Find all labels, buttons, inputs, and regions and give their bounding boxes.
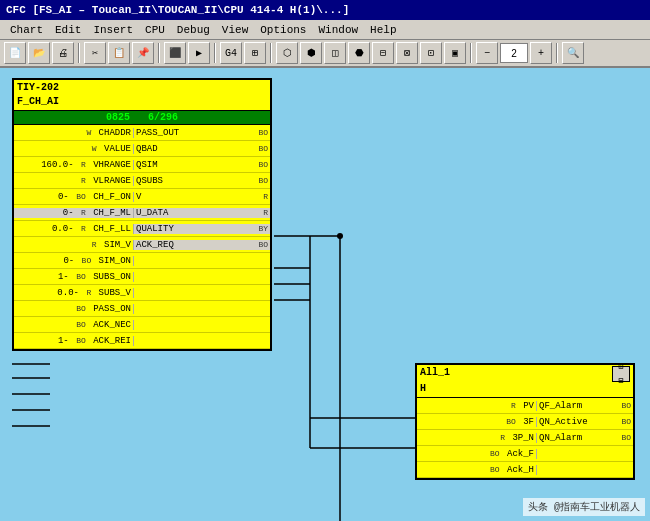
menu-edit[interactable]: Edit [49, 23, 87, 37]
pin-right-v: VR [134, 192, 270, 202]
all1-pin-left-ack-f: BO Ack_F [417, 449, 537, 459]
toolbar-sep5 [470, 43, 472, 63]
all1-pin-right-qf-alarm: QF_AlarmBO [537, 401, 633, 411]
toolbar-btn13[interactable]: ⊟ [372, 42, 394, 64]
all1-pin-row-ack-f: BO Ack_F [417, 446, 633, 462]
toolbar-print[interactable]: 🖨 [52, 42, 74, 64]
menu-insert[interactable]: Insert [87, 23, 139, 37]
pin-row-ack-nec: BO ACK_NEC [14, 317, 270, 333]
block-main[interactable]: TIY-202 F_CH_AI 0825 6/296 W CHADDR PASS… [12, 78, 272, 351]
pin-left-vhrange: 160.0- R VHRANGE [14, 160, 134, 170]
all1-pin-left-3f: BO 3F [417, 417, 537, 427]
svg-point-2 [337, 233, 343, 239]
all1-pin-row-ack-h: BO Ack_H [417, 462, 633, 478]
toolbar-zoom-input[interactable] [500, 43, 528, 63]
menu-options[interactable]: Options [254, 23, 312, 37]
pin-left-pass-on: BO PASS_ON [14, 304, 134, 314]
pin-left-ch-f-ml: 0- R CH_F_ML [14, 208, 134, 218]
toolbar-new[interactable]: 📄 [4, 42, 26, 64]
pin-row-ch-f-ml: 0- R CH_F_ML U_DATAR [14, 205, 270, 221]
toolbar-sep1 [78, 43, 80, 63]
toolbar-sep4 [270, 43, 272, 63]
toolbar-copy[interactable]: 📋 [108, 42, 130, 64]
pin-row-ack-rei: 1- BO ACK_REI [14, 333, 270, 349]
pin-row-ch-f-on: 0- BO CH_F_ON VR [14, 189, 270, 205]
toolbar-open[interactable]: 📂 [28, 42, 50, 64]
all1-pin-row-3f: BO 3F QN_ActiveBO [417, 414, 633, 430]
toolbar-btn16[interactable]: ▣ [444, 42, 466, 64]
toolbar-btn9[interactable]: ⬡ [276, 42, 298, 64]
pin-left-subs-on: 1- BO SUBS_ON [14, 272, 134, 282]
pin-row-pass-on: BO PASS_ON [14, 301, 270, 317]
toolbar-btn6[interactable]: ▶ [188, 42, 210, 64]
pin-left-subs-v: 0.0- R SUBS_V [14, 288, 134, 298]
toolbar: 📄 📂 🖨 ✂ 📋 📌 ⬛ ▶ G4 ⊞ ⬡ ⬢ ◫ ⬣ ⊟ ⊠ ⊡ ▣ − +… [0, 40, 650, 68]
toolbar-sep6 [556, 43, 558, 63]
pin-left-sim-on: 0- BO SIM_ON [14, 256, 134, 266]
pin-left-chaddr: W CHADDR [14, 128, 134, 138]
menu-debug[interactable]: Debug [171, 23, 216, 37]
pin-right-qsim: QSIMBO [134, 160, 270, 170]
pin-right-u-data: U_DATAR [134, 208, 270, 218]
pin-row-ch-f-ll: 0.0- R CH_F_LL QUALITYBY [14, 221, 270, 237]
menu-bar: Chart Edit Insert CPU Debug View Options… [0, 20, 650, 40]
block-id: TIY-202 F_CH_AI [14, 80, 270, 111]
pin-left-value: W VALUE [14, 144, 134, 154]
pin-right-ack-req: ACK_REQBO [134, 240, 270, 250]
toolbar-zoom-in[interactable]: + [530, 42, 552, 64]
block-all1-icon: ⊞⊟ [612, 366, 630, 382]
menu-cpu[interactable]: CPU [139, 23, 171, 37]
toolbar-search[interactable]: 🔍 [562, 42, 584, 64]
toolbar-sep3 [214, 43, 216, 63]
menu-chart[interactable]: Chart [4, 23, 49, 37]
menu-window[interactable]: Window [312, 23, 364, 37]
toolbar-paste[interactable]: 📌 [132, 42, 154, 64]
toolbar-btn12[interactable]: ⬣ [348, 42, 370, 64]
pin-row-subs-on: 1- BO SUBS_ON [14, 269, 270, 285]
toolbar-cut[interactable]: ✂ [84, 42, 106, 64]
block-title-bar: 0825 6/296 [14, 111, 270, 125]
all1-pin-left-3p-n: R 3P_N [417, 433, 537, 443]
pin-left-ch-f-on: 0- BO CH_F_ON [14, 192, 134, 202]
toolbar-btn7[interactable]: G4 [220, 42, 242, 64]
pin-right-quality: QUALITYBY [134, 224, 270, 234]
toolbar-btn11[interactable]: ◫ [324, 42, 346, 64]
pin-row-subs-v: 0.0- R SUBS_V [14, 285, 270, 301]
pin-row-vhrange: 160.0- R VHRANGE QSIMBO [14, 157, 270, 173]
title-text: CFC [FS_AI – Toucan_II\TOUCAN_II\CPU 414… [6, 4, 349, 16]
menu-help[interactable]: Help [364, 23, 402, 37]
block-all1-id: All_1 ⊞⊟ H [417, 365, 633, 398]
toolbar-btn5[interactable]: ⬛ [164, 42, 186, 64]
pin-row-sim-on: 0- BO SIM_ON [14, 253, 270, 269]
toolbar-zoom-out[interactable]: − [476, 42, 498, 64]
all1-pin-left-pv: R PV [417, 401, 537, 411]
canvas-area[interactable]: TIY-202 F_CH_AI 0825 6/296 W CHADDR PASS… [0, 68, 650, 521]
pin-left-vlrange: R VLRANGE [14, 176, 134, 186]
pin-row-chaddr: W CHADDR PASS_OUTBO [14, 125, 270, 141]
pin-left-ack-nec: BO ACK_NEC [14, 320, 134, 330]
toolbar-btn14[interactable]: ⊠ [396, 42, 418, 64]
pin-right-pass-out: PASS_OUTBO [134, 128, 270, 138]
toolbar-btn8[interactable]: ⊞ [244, 42, 266, 64]
pin-row-sim-v: R SIM_V ACK_REQBO [14, 237, 270, 253]
all1-pin-right-qn-alarm: QN_AlarmBO [537, 433, 633, 443]
pin-left-sim-v: R SIM_V [14, 240, 134, 250]
toolbar-sep2 [158, 43, 160, 63]
title-bar: CFC [FS_AI – Toucan_II\TOUCAN_II\CPU 414… [0, 0, 650, 20]
toolbar-btn15[interactable]: ⊡ [420, 42, 442, 64]
all1-pin-right-qn-active: QN_ActiveBO [537, 417, 633, 427]
all1-pin-row-3p-n: R 3P_N QN_AlarmBO [417, 430, 633, 446]
block-all1-pin-rows: R PV QF_AlarmBO BO 3F QN_ActiveBO R 3P_N [417, 398, 633, 478]
pin-row-value: W VALUE QBADBO [14, 141, 270, 157]
pin-right-qbad: QBADBO [134, 144, 270, 154]
pin-left-ack-rei: 1- BO ACK_REI [14, 336, 134, 346]
block-pin-rows: W CHADDR PASS_OUTBO W VALUE QBADBO 160.0… [14, 125, 270, 349]
block-all1[interactable]: All_1 ⊞⊟ H R PV QF_AlarmBO BO 3F QN_Acti… [415, 363, 635, 480]
pin-row-vlrange: R VLRANGE QSUBSBO [14, 173, 270, 189]
watermark: 头条 @指南车工业机器人 [523, 498, 645, 516]
toolbar-btn10[interactable]: ⬢ [300, 42, 322, 64]
pin-right-qsubs: QSUBSBO [134, 176, 270, 186]
all1-pin-row-pv: R PV QF_AlarmBO [417, 398, 633, 414]
pin-left-ch-f-ll: 0.0- R CH_F_LL [14, 224, 134, 234]
menu-view[interactable]: View [216, 23, 254, 37]
